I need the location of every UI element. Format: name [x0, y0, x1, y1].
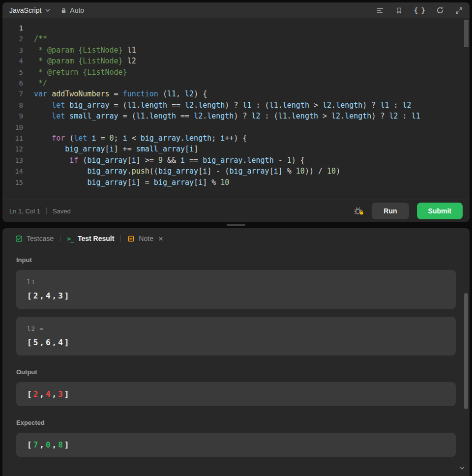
output-box: [2,4,3]	[16, 382, 456, 406]
code-line[interactable]: 7var addTwoNumbers = function (l1, l2) {	[2, 89, 470, 99]
line-number: 1	[2, 23, 23, 33]
screen: JavaScript Auto { }	[0, 0, 472, 476]
format-lines-icon[interactable]	[376, 6, 384, 14]
debugger-bug-lock-icon[interactable]	[354, 207, 364, 215]
input-l2-box: l2 = [5,6,4]	[16, 317, 456, 356]
note-icon	[127, 235, 135, 242]
line-number: 15	[2, 177, 23, 188]
line-number: 3	[2, 45, 23, 56]
result-panel: Testcase >_ Test Result Note × Input l1 …	[2, 228, 470, 476]
code-line[interactable]: 14 big_array.push((big_array[i] - (big_a…	[2, 166, 470, 177]
result-scrollbar[interactable]	[464, 293, 468, 409]
expected-value: [7,0,8]	[27, 440, 70, 449]
code-line[interactable]: 2/**	[2, 33, 470, 44]
line-number: 11	[2, 133, 23, 144]
code-lines: 12/**3 * @param {ListNode} l14 * @param …	[2, 23, 470, 188]
submit-button[interactable]: Submit	[417, 203, 463, 219]
test-result-body: Input l1 = [2,4,3] l2 = [5,6,4] Output […	[2, 249, 470, 464]
reset-icon[interactable]	[436, 6, 444, 14]
code-line[interactable]: 5 * @return {ListNode}	[2, 67, 470, 78]
tab-label: Testcase	[27, 235, 54, 242]
input-l1-box: l1 = [2,4,3]	[16, 270, 456, 309]
expected-box: [7,0,8]	[16, 433, 456, 457]
editor-statusbar: Ln 1, Col 1 Saved	[2, 200, 470, 222]
code-line[interactable]: 8 let big_array = (l1.length == l2.lengt…	[2, 100, 470, 111]
cursor-position: Ln 1, Col 1	[9, 208, 40, 215]
code-line[interactable]: 1	[2, 23, 470, 33]
collapse-icon[interactable]	[455, 7, 463, 14]
input-section-label: Input	[16, 256, 456, 264]
input-l1-value: [2,4,3]	[27, 291, 445, 300]
tab-divider	[120, 235, 121, 242]
statusbar-divider	[46, 208, 47, 214]
code-line[interactable]: 9 let small_array = (l1.length == l2.len…	[2, 111, 470, 121]
line-number: 5	[2, 67, 23, 78]
input-l2-label: l2 =	[27, 325, 445, 332]
editor-header: JavaScript Auto { }	[2, 2, 470, 18]
tab-divider	[60, 235, 60, 242]
code-line[interactable]: 4 * @param {ListNode} l2	[2, 56, 470, 66]
tab-label: Note	[139, 235, 153, 242]
line-number: 14	[2, 166, 23, 177]
saved-status: Saved	[53, 208, 71, 215]
chevron-down-icon	[45, 7, 51, 13]
line-number: 12	[2, 144, 23, 154]
line-number: 4	[2, 56, 23, 66]
output-section-label: Output	[16, 368, 456, 376]
auto-label: Auto	[70, 6, 84, 14]
editor-header-actions: { }	[376, 6, 463, 14]
tab-test-result[interactable]: >_ Test Result	[63, 235, 118, 242]
code-line[interactable]: 12 big_array[i] += small_array[i]	[2, 144, 470, 154]
output-value: [2,4,3]	[27, 389, 70, 399]
line-number: 8	[2, 100, 23, 111]
panel-resize-handle[interactable]	[227, 224, 245, 226]
code-line[interactable]: 10	[2, 122, 470, 133]
tab-note[interactable]: Note	[123, 235, 157, 242]
checkbox-icon	[15, 235, 23, 242]
auto-mode-toggle[interactable]: Auto	[60, 6, 84, 14]
panel-gap	[0, 222, 472, 228]
code-line[interactable]: 13 if (big_array[i] >= 9 && i == big_arr…	[2, 155, 470, 166]
editor-scrollbar[interactable]	[464, 20, 469, 47]
line-number: 6	[2, 78, 23, 89]
lock-icon	[60, 7, 67, 14]
scroll-down-chevron-icon[interactable]	[459, 465, 466, 474]
braces-icon[interactable]: { }	[414, 6, 425, 14]
code-line[interactable]: 3 * @param {ListNode} l1	[2, 45, 470, 56]
line-number: 7	[2, 89, 23, 99]
result-tabbar: Testcase >_ Test Result Note ×	[2, 228, 470, 249]
tab-testcase[interactable]: Testcase	[11, 235, 58, 242]
terminal-icon: >_	[67, 235, 74, 242]
input-l1-label: l1 =	[27, 278, 445, 286]
close-note-tab-icon[interactable]: ×	[158, 235, 163, 243]
bookmark-icon[interactable]	[395, 7, 403, 14]
line-number: 13	[2, 155, 23, 166]
code-area[interactable]: 12/**3 * @param {ListNode} l14 * @param …	[2, 18, 470, 200]
editor-actions: Run Submit	[354, 203, 463, 219]
line-number: 9	[2, 111, 23, 121]
tab-label: Test Result	[78, 235, 114, 242]
code-line[interactable]: 6 */	[2, 78, 470, 89]
line-number: 2	[2, 33, 23, 44]
code-line[interactable]: 11 for (let i = 0; i < big_array.length;…	[2, 133, 470, 144]
expected-section-label: Expected	[16, 419, 456, 426]
language-selector[interactable]: JavaScript	[9, 6, 51, 14]
line-number: 10	[2, 122, 23, 133]
run-button[interactable]: Run	[372, 203, 409, 219]
language-label: JavaScript	[9, 6, 41, 14]
code-line[interactable]: 15 big_array[i] = big_array[i] % 10	[2, 177, 470, 188]
input-l2-value: [5,6,4]	[27, 338, 445, 347]
code-editor-panel: JavaScript Auto { }	[2, 2, 470, 222]
